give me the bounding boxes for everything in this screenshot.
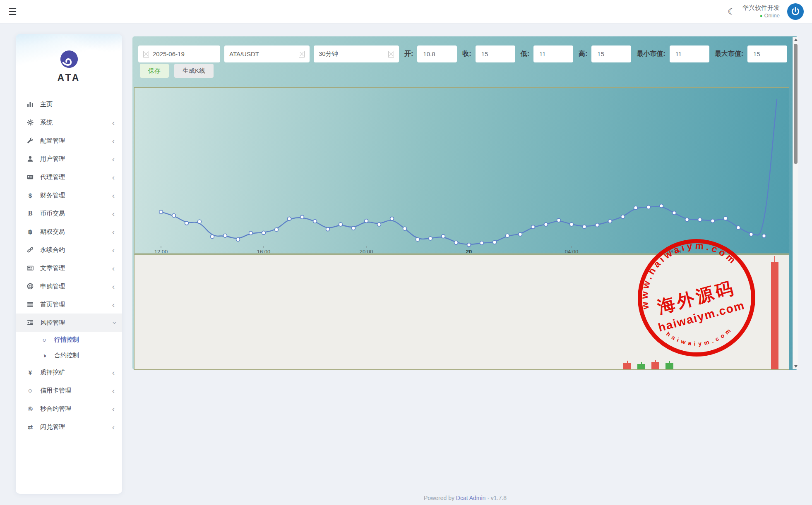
- svg-text:08:00: 08:00: [668, 249, 681, 253]
- sidebar-item-agents[interactable]: 代理管理: [16, 168, 122, 186]
- close-input[interactable]: [480, 50, 510, 58]
- sidebar-item-label: 配置管理: [40, 137, 112, 145]
- sidebar-item-users[interactable]: 用户管理: [16, 150, 122, 168]
- min-cap-input[interactable]: [675, 50, 704, 58]
- sidebar-item-second-contract[interactable]: ⑤秒合约管理: [16, 400, 122, 418]
- chevron-left-icon: [112, 173, 115, 181]
- letter-b-icon: B: [26, 210, 35, 217]
- sidebar-item-label: 币币交易: [40, 210, 112, 218]
- scroll-down-icon[interactable]: [793, 364, 798, 369]
- open-input[interactable]: [422, 50, 452, 58]
- chevron-left-icon: [112, 119, 115, 127]
- high-label: 高:: [579, 50, 587, 58]
- save-button[interactable]: 保存: [140, 64, 169, 78]
- sidebar-item-articles[interactable]: 文章管理: [16, 259, 122, 277]
- chevron-left-icon: [112, 228, 115, 236]
- sidebar-item-label: 代理管理: [40, 173, 112, 181]
- sidebar-item-label: 主页: [40, 101, 115, 108]
- sidebar-item-spot-trade[interactable]: B币币交易: [16, 204, 122, 223]
- sidebar-item-system[interactable]: 系统: [16, 113, 122, 132]
- newspaper-icon: [26, 265, 35, 271]
- sidebar-item-finance[interactable]: $财务管理: [16, 186, 122, 204]
- generate-kline-button[interactable]: 生成K线: [174, 64, 214, 78]
- bitcoin-icon: ฿: [26, 229, 35, 235]
- power-icon: [790, 6, 801, 17]
- sidebar-subitem-market-control[interactable]: ○行情控制: [16, 332, 122, 347]
- high-input[interactable]: [596, 50, 626, 58]
- price-line-chart: 12:0016:0020:002004:0008:00: [134, 87, 789, 254]
- adjust-icon: ◑: [40, 352, 49, 359]
- open-field[interactable]: [417, 45, 457, 62]
- user-avatar[interactable]: [787, 3, 804, 20]
- close-field[interactable]: [476, 45, 515, 62]
- max-cap-field[interactable]: [747, 45, 787, 62]
- sidebar-item-label: 文章管理: [40, 264, 112, 272]
- sidebar-item-home[interactable]: 主页: [16, 95, 122, 113]
- sidebar-item-config[interactable]: 配置管理: [16, 132, 122, 150]
- sidebar-item-label: 首页管理: [40, 301, 112, 309]
- user-name: 华兴软件开发: [742, 4, 780, 12]
- sidebar-item-options-trade[interactable]: ฿期权交易: [16, 223, 122, 241]
- circle-thin-icon: ○: [26, 387, 35, 394]
- sidebar-item-label: 永续合约: [40, 246, 112, 254]
- action-buttons: 保存 生成K线: [140, 64, 214, 78]
- sidebar-item-staking[interactable]: ¥质押挖矿: [16, 363, 122, 381]
- chevron-left-icon: [112, 246, 115, 254]
- dark-mode-toggle-icon[interactable]: [728, 7, 735, 17]
- scroll-up-icon[interactable]: [793, 37, 798, 43]
- sidebar-item-label: 期权交易: [40, 228, 112, 236]
- pair-select[interactable]: ATA/USDT: [224, 45, 310, 62]
- sidebar-item-subscription[interactable]: 申购管理: [16, 277, 122, 295]
- chevron-left-icon: [112, 387, 115, 395]
- candlestick-chart: [134, 254, 789, 370]
- sidebar-item-risk[interactable]: 风控管理: [16, 314, 122, 332]
- footer-version: · v1.7.8: [487, 495, 507, 501]
- five-icon: ⑤: [26, 406, 35, 412]
- chevron-left-icon: [112, 191, 115, 199]
- vertical-scrollbar[interactable]: [793, 37, 798, 369]
- scrollbar-thumb[interactable]: [794, 44, 798, 164]
- low-field[interactable]: [533, 45, 573, 62]
- date-picker[interactable]: 2025-06-19: [138, 45, 220, 62]
- hamburger-menu-icon[interactable]: [8, 7, 17, 17]
- sidebar-item-credit-card[interactable]: ○信用卡管理: [16, 381, 122, 400]
- sidebar-header: ATA: [16, 34, 122, 89]
- dropdown-icon: [299, 51, 305, 57]
- high-field[interactable]: [591, 45, 631, 62]
- svg-text:16:00: 16:00: [257, 249, 271, 253]
- navbar-right: 华兴软件开发 ●Online: [728, 3, 804, 20]
- link-icon: [26, 247, 35, 253]
- min-cap-field[interactable]: [670, 45, 709, 62]
- dcat-admin-link[interactable]: Dcat Admin: [456, 495, 486, 501]
- kline-toolbar: 2025-06-19 ATA/USDT 30分钟 开:收:低:高:最小市值:最大…: [138, 45, 787, 62]
- sidebar-item-perpetual[interactable]: 永续合约: [16, 241, 122, 259]
- top-navbar: 华兴软件开发 ●Online: [0, 0, 812, 24]
- sidebar-item-label: 财务管理: [40, 191, 112, 199]
- id-card-icon: [26, 174, 35, 180]
- sidebar-item-label: 申购管理: [40, 282, 112, 290]
- open-label: 开:: [404, 50, 413, 58]
- sidebar-item-label: 闪兑管理: [40, 423, 112, 431]
- sidebar-subitem-label: 合约控制: [54, 352, 115, 359]
- period-value: 30分钟: [319, 50, 338, 58]
- max-cap-input[interactable]: [752, 50, 782, 58]
- sidebar-item-label: 系统: [40, 119, 112, 127]
- user-info[interactable]: 华兴软件开发 ●Online: [742, 4, 780, 19]
- dollar-icon: $: [26, 192, 35, 199]
- svg-text:04:00: 04:00: [565, 249, 579, 253]
- sidebar-subitem-contract-control[interactable]: ◑合约控制: [16, 347, 122, 363]
- outdent-icon: [26, 319, 35, 326]
- page-footer: Powered by Dcat Admin · v1.7.8: [132, 495, 798, 501]
- sidebar-subitem-label: 行情控制: [54, 336, 115, 344]
- sidebar-item-label: 用户管理: [40, 155, 112, 163]
- sidebar-item-label: 信用卡管理: [40, 387, 112, 395]
- chevron-left-icon: [112, 155, 115, 163]
- sidebar-item-flash-swap[interactable]: ⇄闪兑管理: [16, 418, 122, 436]
- period-select[interactable]: 30分钟: [314, 45, 399, 62]
- low-input[interactable]: [538, 50, 568, 58]
- sidebar-item-homepage[interactable]: 首页管理: [16, 295, 122, 314]
- svg-text:20:00: 20:00: [360, 249, 373, 253]
- chevron-left-icon: [112, 369, 115, 376]
- max-cap-label: 最大市值:: [715, 50, 743, 58]
- sidebar: ATA 主页系统配置管理用户管理代理管理$财务管理B币币交易฿期权交易永续合约文…: [16, 34, 122, 494]
